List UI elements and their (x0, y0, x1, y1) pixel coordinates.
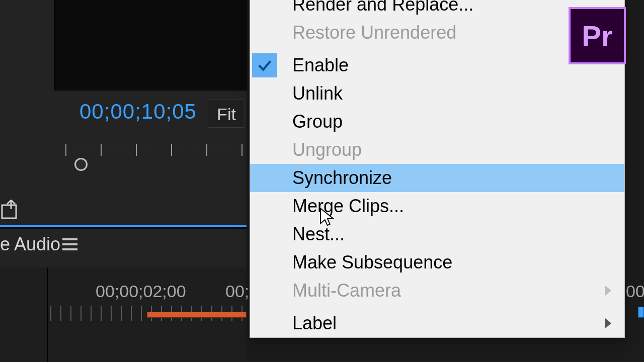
menu-item-nest[interactable]: Nest... (250, 220, 624, 248)
menu-item-label: Synchronize (292, 167, 392, 189)
zoom-fit-button[interactable]: Fit (208, 100, 245, 128)
menu-item-label: Multi-Camera (292, 280, 401, 301)
checkmark-icon (252, 53, 277, 77)
menu-item-label: Enable (292, 55, 349, 76)
menu-item-make-subseq[interactable]: Make Subsequence (250, 248, 624, 277)
menu-item-label: Merge Clips... (292, 196, 404, 217)
preview-scrubber[interactable] (65, 141, 247, 161)
audio-panel-header[interactable]: e Audio (0, 232, 247, 256)
menu-item-label: Unlink (292, 83, 343, 104)
panel-divider-shadow (0, 227, 247, 229)
scrubber-handle[interactable] (74, 158, 88, 171)
submenu-chevron-icon (605, 318, 611, 328)
playhead-marker[interactable] (638, 307, 644, 318)
timeline-clip[interactable] (147, 312, 247, 318)
menu-item-label: Make Subsequence (292, 252, 452, 273)
premiere-pro-logo-text: Pr (582, 19, 612, 53)
menu-item-label: Ungroup (292, 139, 362, 160)
svg-rect-0 (2, 205, 16, 218)
audio-panel-title: e Audio (0, 234, 247, 255)
menu-item-synchronize[interactable]: Synchronize (250, 164, 624, 192)
timeline-tick-label: 00; (225, 282, 249, 301)
panel-menu-icon[interactable] (62, 238, 77, 250)
menu-item-label[interactable]: Label (250, 309, 624, 337)
menu-item-label: Label (292, 313, 337, 334)
timeline-tick-label: 00; (626, 282, 644, 301)
preview-viewport (54, 0, 247, 90)
premiere-pro-logo: Pr (569, 7, 626, 64)
submenu-chevron-icon (605, 286, 611, 296)
menu-item-label: Restore Unrendered (292, 22, 456, 43)
menu-separator (287, 307, 619, 307)
menu-item-group[interactable]: Group (250, 108, 624, 136)
menu-item-label: Nest... (292, 224, 345, 245)
preview-timecode[interactable]: 00;00;10;05 (79, 100, 197, 124)
export-frame-icon[interactable] (0, 197, 30, 222)
menu-item-ungroup: Ungroup (250, 136, 624, 164)
menu-item-label: Render and Replace... (292, 0, 473, 15)
timeline-tick-label: 00;00;02;00 (96, 282, 186, 301)
menu-item-merge-clips[interactable]: Merge Clips... (250, 192, 624, 220)
menu-item-unlink[interactable]: Unlink (250, 79, 624, 108)
menu-item-label: Group (292, 111, 343, 132)
menu-item-multi-camera: Multi-Camera (250, 277, 624, 305)
